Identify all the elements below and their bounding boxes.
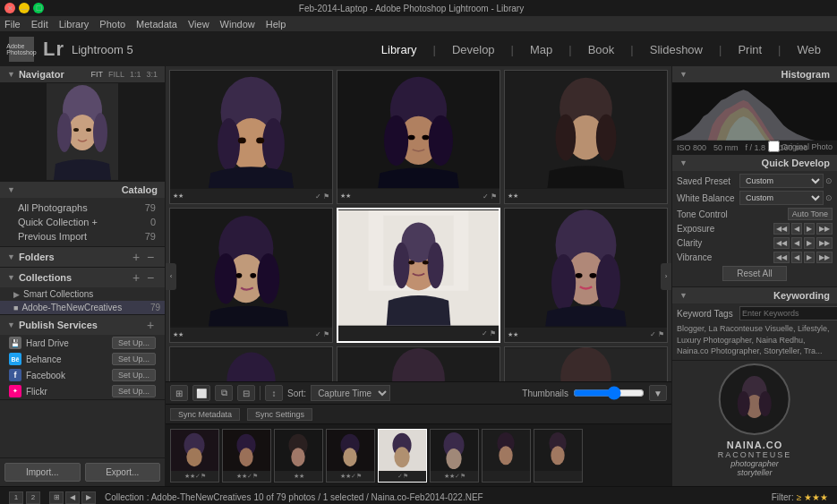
collections-remove-button[interactable]: − (143, 270, 158, 285)
facebook-setup-button[interactable]: Set Up... (112, 369, 156, 381)
menu-library[interactable]: Library (59, 19, 90, 30)
menu-window[interactable]: Window (220, 19, 255, 30)
photo-cell-9[interactable] (504, 346, 668, 381)
loupe-view-button[interactable]: ⬜ (192, 385, 210, 401)
filmstrip-thumb-6[interactable]: ★★✓⚑ (430, 429, 479, 483)
photo-cell-5[interactable]: ✓ ⚑ (337, 208, 500, 343)
white-balance-select[interactable]: Custom (739, 191, 824, 205)
filmstrip-thumb-4[interactable]: ★★✓⚑ (326, 429, 375, 483)
smart-collections-item[interactable]: ▶ Smart Collections (0, 287, 165, 301)
exposure-inc[interactable]: ▶ (804, 223, 815, 235)
expand-button[interactable]: ▼ (649, 385, 667, 401)
maximize-button[interactable]: ☐ (33, 3, 44, 13)
module-develop[interactable]: Develop (445, 41, 502, 58)
minimize-button[interactable]: — (19, 3, 30, 13)
module-web[interactable]: Web (790, 41, 829, 58)
import-button[interactable]: Import... (4, 463, 81, 482)
close-button[interactable]: ✕ (4, 3, 15, 13)
harddrive-setup-button[interactable]: Set Up... (112, 337, 156, 349)
catalog-prev-import[interactable]: Previous Import 79 (0, 229, 165, 243)
photo-cell-1[interactable]: ★★ ✓ ⚑ (169, 70, 333, 204)
cell-bottom-2: ★★ ✓ ⚑ (337, 189, 500, 203)
photo-cell-6[interactable]: ★★ ✓ ⚑ (504, 208, 668, 343)
compare-view-button[interactable]: ⧉ (215, 385, 233, 401)
right-panel-collapse[interactable]: › (661, 263, 671, 290)
sync-metadata-button[interactable]: Sync Metadata (170, 408, 240, 421)
vibrance-inc[interactable]: ▶ (804, 252, 815, 263)
module-print[interactable]: Print (730, 41, 769, 58)
filmstrip-thumb-7[interactable] (482, 429, 531, 483)
keyword-input[interactable] (739, 306, 837, 320)
vibrance-inc-inc[interactable]: ▶▶ (816, 252, 833, 263)
exposure-inc-inc[interactable]: ▶▶ (816, 223, 833, 235)
adobe-thenewcreatives-item[interactable]: ■ Adobe-TheNewCreatives 79 (0, 301, 165, 314)
menu-photo[interactable]: Photo (99, 19, 125, 30)
clarity-inc[interactable]: ▶ (804, 237, 815, 249)
photo-cell-4[interactable]: ★★ ✓ ⚑ (169, 208, 333, 343)
catalog-header[interactable]: ▼ Catalog (0, 182, 165, 198)
histogram-header[interactable]: ▼ Histogram (672, 66, 837, 82)
photo-cell-3[interactable]: ★★ (504, 70, 668, 204)
grid-view-button[interactable]: ⊞ (170, 385, 188, 401)
module-book[interactable]: Book (581, 41, 622, 58)
sort-select[interactable]: Capture Time File Name Rating (311, 385, 390, 401)
export-button[interactable]: Export... (85, 463, 161, 482)
menu-help[interactable]: Help (266, 19, 286, 30)
vibrance-dec-dec[interactable]: ◀◀ (773, 252, 790, 263)
photo-cell-2[interactable]: ★★ ✓ ⚑ (337, 70, 500, 204)
reset-all-button[interactable]: Reset All (722, 266, 786, 281)
sync-settings-button[interactable]: Sync Settings (247, 408, 312, 421)
zoom-fit[interactable]: FIT (90, 70, 103, 79)
keywording-header[interactable]: ▼ Keywording (672, 287, 837, 303)
module-library[interactable]: Library (374, 41, 424, 58)
publish-add-button[interactable]: + (143, 318, 158, 332)
flickr-setup-button[interactable]: Set Up... (112, 385, 156, 397)
filmstrip-grid-btn[interactable]: ⊞ (49, 491, 64, 504)
filmstrip-thumb-5[interactable]: ✓⚑ (378, 429, 427, 483)
filmstrip-thumb-3[interactable]: ★★ (274, 429, 323, 483)
prev-page-button[interactable]: 1 (9, 491, 23, 504)
next-page-button[interactable]: 2 (26, 491, 40, 504)
photo-cell-7[interactable] (169, 346, 333, 381)
behance-setup-button[interactable]: Set Up... (112, 353, 156, 365)
exposure-dec[interactable]: ◀ (791, 223, 802, 235)
auto-tone-button[interactable]: Auto Tone (788, 208, 833, 220)
left-panel-collapse[interactable]: ‹ (166, 263, 176, 290)
thumbnail-size-slider[interactable] (573, 387, 645, 399)
menu-edit[interactable]: Edit (31, 19, 48, 30)
filmstrip-nav-left[interactable]: ◀ (65, 491, 80, 504)
vibrance-dec[interactable]: ◀ (791, 252, 802, 263)
folders-remove-button[interactable]: − (143, 250, 158, 264)
sort-direction-button[interactable]: ↕ (265, 385, 283, 401)
clarity-dec-dec[interactable]: ◀◀ (773, 237, 790, 249)
filmstrip-thumb-2[interactable]: ★★✓⚑ (222, 429, 271, 483)
navigator-header[interactable]: ▼ Navigator FIT FILL 1:1 3:1 (0, 66, 165, 82)
adobe-logo: AdobePhotoshop (9, 37, 34, 62)
survey-view-button[interactable]: ⊟ (237, 385, 255, 401)
quick-develop-header[interactable]: ▼ Quick Develop (672, 155, 837, 171)
module-map[interactable]: Map (523, 41, 559, 58)
saved-preset-select[interactable]: Custom (739, 174, 824, 188)
collection-icon: ■ (13, 303, 18, 312)
zoom-fill[interactable]: FILL (108, 70, 124, 79)
filmstrip-nav-right[interactable]: ▶ (81, 491, 96, 504)
catalog-all-photos[interactable]: All Photographs 79 (0, 201, 165, 215)
filmstrip-thumb-1[interactable]: ★★✓⚑ (170, 429, 219, 483)
module-slideshow[interactable]: Slideshow (643, 41, 710, 58)
exposure-dec-dec[interactable]: ◀◀ (773, 223, 790, 235)
menu-metadata[interactable]: Metadata (136, 19, 177, 30)
photo-cell-8[interactable] (337, 346, 500, 381)
zoom-1-1[interactable]: 1:1 (130, 70, 141, 79)
clarity-dec[interactable]: ◀ (791, 237, 802, 249)
zoom-3-1[interactable]: 3:1 (146, 70, 158, 79)
original-photo-check[interactable]: Original Photo (768, 141, 833, 152)
collections-add-button[interactable]: + (129, 270, 143, 285)
catalog-quick-collection[interactable]: Quick Collection + 0 (0, 215, 165, 229)
folders-add-button[interactable]: + (129, 250, 143, 264)
clarity-inc-inc[interactable]: ▶▶ (816, 237, 833, 249)
filmstrip-image-3 (275, 430, 322, 471)
menu-file[interactable]: File (4, 19, 21, 30)
original-photo-checkbox[interactable] (768, 141, 780, 152)
menu-view[interactable]: View (188, 19, 209, 30)
filmstrip-thumb-8[interactable] (534, 429, 583, 483)
